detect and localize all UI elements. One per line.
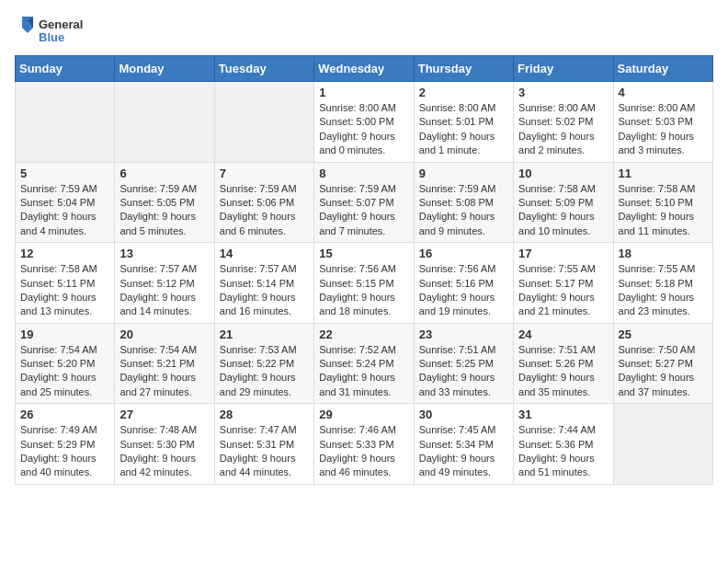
calendar-week-4: 19Sunrise: 7:54 AM Sunset: 5:20 PM Dayli… bbox=[16, 323, 713, 404]
calendar-cell: 15Sunrise: 7:56 AM Sunset: 5:15 PM Dayli… bbox=[314, 243, 414, 324]
calendar-cell: 24Sunrise: 7:51 AM Sunset: 5:26 PM Dayli… bbox=[514, 323, 613, 404]
day-number: 31 bbox=[518, 408, 608, 421]
day-info: Sunrise: 7:54 AM Sunset: 5:21 PM Dayligh… bbox=[119, 343, 209, 400]
calendar-cell: 17Sunrise: 7:55 AM Sunset: 5:17 PM Dayli… bbox=[514, 243, 613, 324]
day-info: Sunrise: 7:57 AM Sunset: 5:14 PM Dayligh… bbox=[220, 262, 309, 319]
calendar-cell: 30Sunrise: 7:45 AM Sunset: 5:34 PM Dayli… bbox=[414, 404, 513, 485]
day-info: Sunrise: 7:59 AM Sunset: 5:04 PM Dayligh… bbox=[20, 182, 109, 239]
day-info: Sunrise: 8:00 AM Sunset: 5:00 PM Dayligh… bbox=[319, 101, 408, 158]
day-of-week-tuesday: Tuesday bbox=[214, 56, 313, 82]
calendar-cell: 23Sunrise: 7:51 AM Sunset: 5:25 PM Dayli… bbox=[414, 323, 513, 404]
day-number: 15 bbox=[319, 247, 408, 260]
day-number: 28 bbox=[220, 408, 309, 421]
day-info: Sunrise: 7:45 AM Sunset: 5:34 PM Dayligh… bbox=[419, 423, 508, 480]
day-of-week-monday: Monday bbox=[115, 56, 214, 82]
logo: General Blue bbox=[15, 15, 97, 48]
day-of-week-saturday: Saturday bbox=[613, 56, 712, 82]
day-info: Sunrise: 8:00 AM Sunset: 5:03 PM Dayligh… bbox=[619, 101, 708, 158]
day-of-week-friday: Friday bbox=[514, 56, 613, 82]
day-of-week-sunday: Sunday bbox=[16, 56, 115, 82]
day-number: 16 bbox=[419, 247, 508, 260]
day-number: 27 bbox=[119, 408, 209, 421]
day-info: Sunrise: 7:55 AM Sunset: 5:18 PM Dayligh… bbox=[619, 262, 708, 319]
day-number: 30 bbox=[419, 408, 508, 421]
calendar-cell: 31Sunrise: 7:44 AM Sunset: 5:36 PM Dayli… bbox=[514, 404, 613, 485]
day-info: Sunrise: 7:59 AM Sunset: 5:05 PM Dayligh… bbox=[119, 182, 209, 239]
svg-text:General: General bbox=[39, 17, 83, 31]
day-info: Sunrise: 7:58 AM Sunset: 5:11 PM Dayligh… bbox=[20, 262, 109, 319]
day-info: Sunrise: 8:00 AM Sunset: 5:01 PM Dayligh… bbox=[419, 101, 508, 158]
day-of-week-thursday: Thursday bbox=[414, 56, 513, 82]
calendar-cell: 5Sunrise: 7:59 AM Sunset: 5:04 PM Daylig… bbox=[16, 162, 115, 243]
day-number: 19 bbox=[20, 327, 109, 341]
day-number: 10 bbox=[518, 167, 608, 180]
calendar-cell: 12Sunrise: 7:58 AM Sunset: 5:11 PM Dayli… bbox=[16, 243, 115, 324]
day-of-week-wednesday: Wednesday bbox=[314, 56, 414, 82]
calendar-week-3: 12Sunrise: 7:58 AM Sunset: 5:11 PM Dayli… bbox=[16, 243, 713, 324]
day-number: 3 bbox=[518, 86, 608, 99]
calendar-cell: 27Sunrise: 7:48 AM Sunset: 5:30 PM Dayli… bbox=[115, 404, 214, 485]
day-info: Sunrise: 7:59 AM Sunset: 5:08 PM Dayligh… bbox=[419, 182, 508, 239]
calendar-cell: 21Sunrise: 7:53 AM Sunset: 5:22 PM Dayli… bbox=[214, 323, 313, 404]
calendar-cell: 9Sunrise: 7:59 AM Sunset: 5:08 PM Daylig… bbox=[414, 162, 513, 243]
day-number: 9 bbox=[419, 167, 508, 180]
calendar-cell: 7Sunrise: 7:59 AM Sunset: 5:06 PM Daylig… bbox=[214, 162, 313, 243]
calendar: SundayMondayTuesdayWednesdayThursdayFrid… bbox=[15, 55, 713, 485]
day-info: Sunrise: 8:00 AM Sunset: 5:02 PM Dayligh… bbox=[518, 101, 608, 158]
calendar-cell: 10Sunrise: 7:58 AM Sunset: 5:09 PM Dayli… bbox=[514, 162, 613, 243]
day-number: 26 bbox=[20, 408, 109, 421]
day-info: Sunrise: 7:59 AM Sunset: 5:06 PM Dayligh… bbox=[220, 182, 309, 239]
day-number: 23 bbox=[419, 327, 508, 341]
day-info: Sunrise: 7:55 AM Sunset: 5:17 PM Dayligh… bbox=[518, 262, 608, 319]
calendar-cell: 26Sunrise: 7:49 AM Sunset: 5:29 PM Dayli… bbox=[16, 404, 115, 485]
day-info: Sunrise: 7:51 AM Sunset: 5:25 PM Dayligh… bbox=[419, 343, 508, 400]
calendar-header-row: SundayMondayTuesdayWednesdayThursdayFrid… bbox=[16, 56, 713, 82]
day-number: 25 bbox=[619, 327, 708, 341]
day-number: 12 bbox=[20, 247, 109, 260]
day-info: Sunrise: 7:58 AM Sunset: 5:10 PM Dayligh… bbox=[619, 182, 708, 239]
day-number: 11 bbox=[619, 167, 708, 180]
calendar-cell: 8Sunrise: 7:59 AM Sunset: 5:07 PM Daylig… bbox=[314, 162, 414, 243]
calendar-week-5: 26Sunrise: 7:49 AM Sunset: 5:29 PM Dayli… bbox=[16, 404, 713, 485]
calendar-cell bbox=[16, 82, 115, 163]
day-number: 24 bbox=[518, 327, 608, 341]
calendar-cell: 1Sunrise: 8:00 AM Sunset: 5:00 PM Daylig… bbox=[314, 82, 414, 163]
day-info: Sunrise: 7:47 AM Sunset: 5:31 PM Dayligh… bbox=[220, 423, 309, 480]
calendar-cell: 22Sunrise: 7:52 AM Sunset: 5:24 PM Dayli… bbox=[314, 323, 414, 404]
calendar-cell: 13Sunrise: 7:57 AM Sunset: 5:12 PM Dayli… bbox=[115, 243, 214, 324]
day-number: 21 bbox=[220, 327, 309, 341]
day-info: Sunrise: 7:59 AM Sunset: 5:07 PM Dayligh… bbox=[319, 182, 408, 239]
day-number: 6 bbox=[119, 167, 209, 180]
day-info: Sunrise: 7:50 AM Sunset: 5:27 PM Dayligh… bbox=[619, 343, 708, 400]
calendar-cell: 11Sunrise: 7:58 AM Sunset: 5:10 PM Dayli… bbox=[613, 162, 712, 243]
day-info: Sunrise: 7:49 AM Sunset: 5:29 PM Dayligh… bbox=[20, 423, 109, 480]
calendar-cell: 2Sunrise: 8:00 AM Sunset: 5:01 PM Daylig… bbox=[414, 82, 513, 163]
day-number: 14 bbox=[220, 247, 309, 260]
day-info: Sunrise: 7:52 AM Sunset: 5:24 PM Dayligh… bbox=[319, 343, 408, 400]
day-number: 29 bbox=[319, 408, 408, 421]
calendar-cell: 20Sunrise: 7:54 AM Sunset: 5:21 PM Dayli… bbox=[115, 323, 214, 404]
header: General Blue bbox=[15, 15, 713, 48]
logo-icon: General Blue bbox=[15, 15, 97, 48]
day-info: Sunrise: 7:51 AM Sunset: 5:26 PM Dayligh… bbox=[518, 343, 608, 400]
day-number: 5 bbox=[20, 167, 109, 180]
day-info: Sunrise: 7:53 AM Sunset: 5:22 PM Dayligh… bbox=[220, 343, 309, 400]
day-info: Sunrise: 7:48 AM Sunset: 5:30 PM Dayligh… bbox=[119, 423, 209, 480]
day-info: Sunrise: 7:56 AM Sunset: 5:15 PM Dayligh… bbox=[319, 262, 408, 319]
day-number: 20 bbox=[119, 327, 209, 341]
day-number: 17 bbox=[518, 247, 608, 260]
calendar-cell: 16Sunrise: 7:56 AM Sunset: 5:16 PM Dayli… bbox=[414, 243, 513, 324]
calendar-cell: 6Sunrise: 7:59 AM Sunset: 5:05 PM Daylig… bbox=[115, 162, 214, 243]
day-number: 8 bbox=[319, 167, 408, 180]
day-info: Sunrise: 7:46 AM Sunset: 5:33 PM Dayligh… bbox=[319, 423, 408, 480]
calendar-cell: 14Sunrise: 7:57 AM Sunset: 5:14 PM Dayli… bbox=[214, 243, 313, 324]
calendar-cell: 4Sunrise: 8:00 AM Sunset: 5:03 PM Daylig… bbox=[613, 82, 712, 163]
calendar-cell bbox=[214, 82, 313, 163]
day-info: Sunrise: 7:54 AM Sunset: 5:20 PM Dayligh… bbox=[20, 343, 109, 400]
calendar-cell bbox=[115, 82, 214, 163]
day-number: 13 bbox=[119, 247, 209, 260]
calendar-cell: 29Sunrise: 7:46 AM Sunset: 5:33 PM Dayli… bbox=[314, 404, 414, 485]
day-number: 2 bbox=[419, 86, 508, 99]
day-number: 22 bbox=[319, 327, 408, 341]
calendar-week-2: 5Sunrise: 7:59 AM Sunset: 5:04 PM Daylig… bbox=[16, 162, 713, 243]
